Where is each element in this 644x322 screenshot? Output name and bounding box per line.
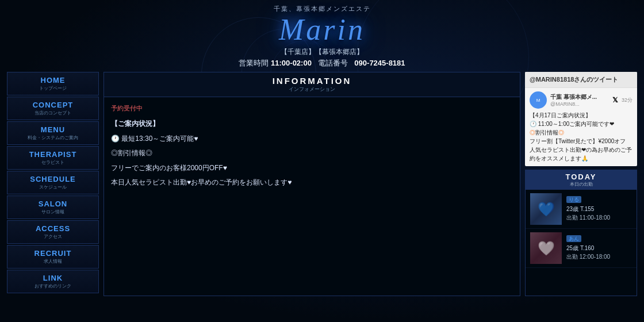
therapist-info-2: あん 25歳 T.160 出勤 12:00-18:00 — [566, 235, 632, 261]
tweet-text: 【4月17日ご案内状況】 🕐 11:00～1:00ご案内可能です❤ ◎割引情報◎… — [530, 111, 632, 163]
info-line-1: 🕐 最短13:30～ご案内可能♥ — [111, 133, 513, 145]
info-section: 【ご案内状況】 — [111, 118, 513, 131]
info-line-3: フリーでご案内のお客様2000円OFF♥ — [111, 162, 513, 175]
today-list[interactable]: 💙 りる 23歳 T.155 出勤 11:00-18:00 — [526, 190, 637, 296]
nav-therapist[interactable]: THERAPIST セラピスト — [7, 146, 99, 170]
tweet-line-1: 【4月17日ご案内状況】 — [530, 111, 632, 120]
therapist-name-1: りる — [566, 196, 581, 203]
tweet-line-3: ◎割引情報◎ — [530, 128, 632, 137]
today-section: TODAY 本日の出勤 💙 りる 23 — [525, 170, 637, 296]
therapist-photo-2: 🤍 — [530, 232, 562, 264]
info-line-4: 本日人気セラピスト出勤♥お早めのご予約をお願いします♥ — [111, 177, 513, 189]
main-layout: HOME トップページ CONCEPT 当店のコンセプト MENU 料金・システ… — [0, 72, 644, 296]
therapist-schedule-1: 出勤 11:00-18:00 — [566, 214, 632, 222]
site-title: Marin — [0, 13, 644, 46]
right-panel: @MARIN81818さんのツイート M 千葉 幕張本郷メ... @MARIN8… — [525, 72, 637, 296]
tel-value: 090-7245-8181 — [354, 59, 405, 67]
tel-label: 電話番号 — [318, 59, 348, 67]
nav-recruit[interactable]: RECRUIT 求人情報 — [7, 245, 99, 269]
nav-menu[interactable]: MENU 料金・システムのご案内 — [7, 121, 99, 145]
therapist-card-2[interactable]: 🤍 あん 25歳 T.160 出勤 12:00-18:00 — [526, 229, 637, 268]
tweet-avatar: M — [530, 91, 547, 109]
header-hours: 営業時間 11:00-02:00 電話番号 090-7245-8181 — [0, 58, 644, 68]
tweet-user-info: 千葉 幕張本郷メ... @MARIN8... — [550, 93, 609, 107]
info-title-en: INFORMATION — [108, 76, 516, 86]
tweet-line-4: フリー割【Twitter見たで】¥2000オフ — [530, 137, 632, 145]
hours-label: 営業時間 — [239, 59, 269, 67]
heart-icon-2: 🤍 — [538, 240, 555, 256]
nav-concept[interactable]: CONCEPT 当店のコンセプト — [7, 97, 99, 120]
hours-value: 11:00-02:00 — [271, 59, 312, 67]
tweet-time: 32分 — [622, 97, 632, 104]
info-status: 予約受付中 — [111, 103, 513, 114]
tweet-username: 千葉 幕張本郷メ... — [550, 93, 609, 101]
twitter-header: @MARIN81818さんのツイート — [525, 72, 637, 88]
therapist-schedule-2: 出勤 12:00-18:00 — [566, 253, 632, 261]
tweet-user: M 千葉 幕張本郷メ... @MARIN8... 𝕏 32分 — [530, 91, 632, 109]
nav-link[interactable]: LINK おすすめのリンク — [7, 270, 99, 293]
info-panel: INFORMATION インフォメーション 予約受付中 【ご案内状況】 🕐 最短… — [103, 72, 520, 296]
left-nav: HOME トップページ CONCEPT 当店のコンセプト MENU 料金・システ… — [7, 72, 99, 296]
tweet-handle: @MARIN8... — [550, 101, 609, 107]
nav-schedule[interactable]: SCHEDULE スケジュール — [7, 171, 99, 194]
today-title-en: TODAY — [528, 172, 634, 181]
therapist-details-2: 25歳 T.160 — [566, 244, 632, 253]
therapist-card[interactable]: 💙 りる 23歳 T.155 出勤 11:00-18:00 — [526, 190, 637, 229]
header-shops: 【千葉店】【幕張本郷店】 — [0, 47, 644, 57]
nav-home[interactable]: HOME トップページ — [7, 72, 99, 95]
twitter-widget: @MARIN81818さんのツイート M 千葉 幕張本郷メ... @MARIN8… — [525, 72, 637, 166]
info-body[interactable]: 予約受付中 【ご案内状況】 🕐 最短13:30～ご案内可能♥ ◎割引情報◎ フリ… — [104, 97, 520, 296]
tweet-body: M 千葉 幕張本郷メ... @MARIN8... 𝕏 32分 【4月17日ご案内… — [525, 88, 637, 166]
heart-icon: 💙 — [538, 201, 555, 217]
therapist-photo-1: 💙 — [530, 193, 562, 225]
info-line-2: ◎割引情報◎ — [111, 147, 513, 160]
nav-access[interactable]: ACCESS アクセス — [7, 220, 99, 244]
nav-salon[interactable]: SALON サロン情報 — [7, 195, 99, 219]
header-subtitle: 千葉、幕張本郷メンズエステ — [0, 5, 644, 13]
therapist-info-1: りる 23歳 T.155 出勤 11:00-18:00 — [566, 196, 632, 222]
x-icon: 𝕏 — [612, 96, 618, 104]
therapist-name-2: あん — [566, 235, 581, 242]
therapist-details-1: 23歳 T.155 — [566, 205, 632, 214]
info-header: INFORMATION インフォメーション — [104, 72, 520, 97]
info-title-jp: インフォメーション — [108, 86, 516, 93]
tweet-line-5: 人気セラピスト出勤❤の為お早めのご予約をオススメします🙏 — [530, 145, 632, 163]
today-title-jp: 本日の出勤 — [528, 181, 634, 187]
page-header: 千葉、幕張本郷メンズエステ Marin 【千葉店】【幕張本郷店】 営業時間 11… — [0, 0, 644, 72]
today-header: TODAY 本日の出勤 — [526, 170, 637, 190]
tweet-line-2: 🕐 11:00～1:00ご案内可能です❤ — [530, 120, 632, 128]
